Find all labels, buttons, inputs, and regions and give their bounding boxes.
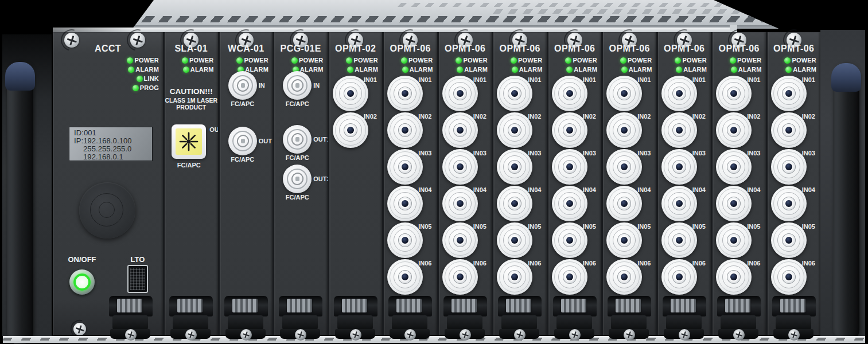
optical-input-port-in02[interactable] <box>771 112 807 148</box>
optical-input-port-in06[interactable] <box>716 259 752 295</box>
optical-input-port-in03[interactable] <box>497 149 532 185</box>
latch-screw[interactable] <box>788 329 800 341</box>
optical-input-port-in04[interactable] <box>497 186 532 221</box>
ejector-latch[interactable] <box>661 291 707 342</box>
optical-input-port-in05[interactable] <box>497 222 532 258</box>
optical-input-port-in06[interactable] <box>497 259 532 295</box>
ejector-latch[interactable] <box>108 291 154 342</box>
optical-input-port-in05[interactable] <box>716 222 752 258</box>
optical-input-port-in03[interactable] <box>552 149 587 185</box>
latch-screw[interactable] <box>295 329 306 341</box>
fc-port-out1[interactable] <box>283 125 312 154</box>
optical-input-port-in01[interactable] <box>497 76 532 111</box>
optical-input-port-in03[interactable] <box>606 149 642 185</box>
lto-sfp-port[interactable] <box>127 265 148 293</box>
optical-input-port-in01[interactable] <box>606 76 642 111</box>
optical-input-port-in06[interactable] <box>387 259 423 295</box>
ejector-latch[interactable] <box>387 291 433 342</box>
optical-input-port-in02[interactable] <box>552 112 587 148</box>
ejector-latch[interactable] <box>333 291 379 342</box>
optical-input-port-in06[interactable] <box>771 259 807 295</box>
latch-grip[interactable] <box>396 299 422 312</box>
latch-grip[interactable] <box>232 299 258 312</box>
latch-grip[interactable] <box>780 299 805 312</box>
optical-input-port-in02[interactable] <box>716 112 752 148</box>
power-button[interactable] <box>69 269 95 295</box>
optical-input-port-in03[interactable] <box>771 149 807 185</box>
optical-input-port-in05[interactable] <box>442 222 478 258</box>
latch-grip[interactable] <box>616 299 641 312</box>
optical-input-port-in03[interactable] <box>387 149 423 185</box>
ejector-latch[interactable] <box>497 291 543 342</box>
latch-grip[interactable] <box>506 299 531 312</box>
ejector-latch[interactable] <box>606 291 652 342</box>
ejector-latch[interactable] <box>552 291 598 342</box>
thumbscrew[interactable] <box>73 323 86 335</box>
optical-input-port-in02[interactable] <box>387 112 423 148</box>
optical-input-port-in05[interactable] <box>552 222 587 258</box>
optical-input-port-in04[interactable] <box>771 186 807 221</box>
optical-input-port-in03[interactable] <box>442 149 478 185</box>
optical-input-port-in02[interactable] <box>497 112 532 148</box>
fc-port-in[interactable] <box>228 71 257 100</box>
latch-grip[interactable] <box>287 299 312 312</box>
optical-input-port-in04[interactable] <box>661 186 697 221</box>
optical-input-port-in01[interactable] <box>333 76 368 111</box>
ejector-latch[interactable] <box>771 291 817 342</box>
optical-input-port-in05[interactable] <box>387 222 423 258</box>
latch-screw[interactable] <box>404 329 416 341</box>
optical-input-port-in02[interactable] <box>606 112 642 148</box>
latch-grip[interactable] <box>451 299 477 312</box>
navigation-knob[interactable] <box>79 182 135 239</box>
latch-screw[interactable] <box>240 329 252 341</box>
optical-input-port-in06[interactable] <box>606 259 642 295</box>
optical-input-port-in01[interactable] <box>387 76 423 111</box>
latch-screw[interactable] <box>125 329 137 341</box>
latch-grip[interactable] <box>117 299 142 312</box>
fc-port-in[interactable] <box>283 71 312 100</box>
optical-input-port-in03[interactable] <box>716 149 752 185</box>
latch-screw[interactable] <box>514 329 526 341</box>
optical-input-port-in01[interactable] <box>552 76 587 111</box>
latch-grip[interactable] <box>177 299 203 312</box>
latch-grip[interactable] <box>561 299 586 312</box>
optical-input-port-in05[interactable] <box>606 222 642 258</box>
fc-port-out2[interactable] <box>283 165 312 193</box>
latch-grip[interactable] <box>671 299 696 312</box>
optical-input-port-in06[interactable] <box>552 259 587 295</box>
ejector-latch[interactable] <box>168 291 214 342</box>
optical-input-port-in04[interactable] <box>387 186 423 221</box>
optical-input-port-in02[interactable] <box>442 112 478 148</box>
optical-input-port-in05[interactable] <box>661 222 697 258</box>
optical-input-port-in06[interactable] <box>661 259 697 295</box>
optical-input-port-in02[interactable] <box>661 112 697 148</box>
optical-input-port-in04[interactable] <box>606 186 642 221</box>
optical-input-port-in01[interactable] <box>771 76 807 111</box>
optical-input-port-in01[interactable] <box>661 76 697 111</box>
latch-grip[interactable] <box>725 299 750 312</box>
optical-input-port-in01[interactable] <box>442 76 478 111</box>
right-rack-handle[interactable] <box>833 64 859 343</box>
laser-output-aperture[interactable] <box>172 124 206 159</box>
ejector-latch[interactable] <box>223 291 269 342</box>
latch-screw[interactable] <box>679 329 690 341</box>
ejector-latch[interactable] <box>278 291 324 342</box>
optical-input-port-in05[interactable] <box>771 222 807 258</box>
ejector-latch[interactable] <box>716 291 762 342</box>
optical-input-port-in01[interactable] <box>716 76 752 111</box>
left-rack-handle[interactable] <box>7 63 33 344</box>
optical-input-port-in04[interactable] <box>716 186 752 221</box>
optical-input-port-in04[interactable] <box>552 186 587 221</box>
optical-input-port-in04[interactable] <box>442 186 478 221</box>
latch-screw[interactable] <box>733 329 745 341</box>
latch-screw[interactable] <box>185 329 197 341</box>
ejector-latch[interactable] <box>442 291 488 342</box>
latch-grip[interactable] <box>342 299 367 312</box>
fc-port-out[interactable] <box>228 127 257 155</box>
latch-screw[interactable] <box>569 329 581 341</box>
latch-screw[interactable] <box>350 329 361 341</box>
optical-input-port-in02[interactable] <box>333 112 368 148</box>
knob-center-button[interactable] <box>99 202 115 218</box>
optical-input-port-in06[interactable] <box>442 259 478 295</box>
latch-screw[interactable] <box>460 329 471 341</box>
